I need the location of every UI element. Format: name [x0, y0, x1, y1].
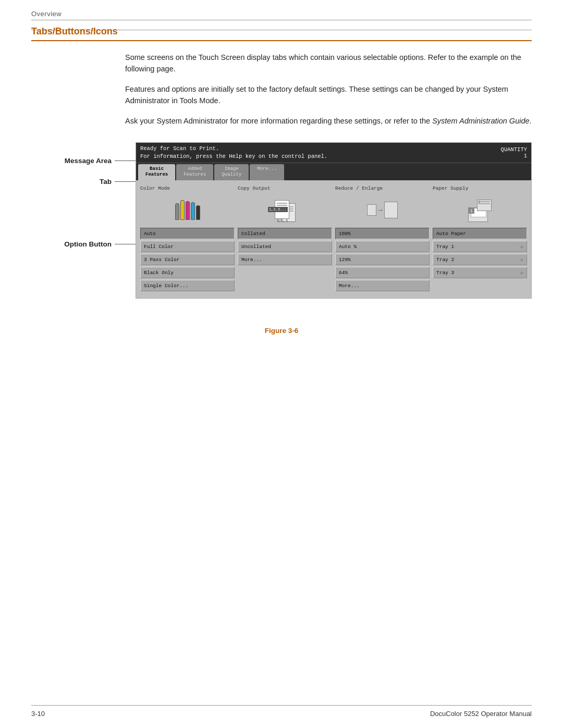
header-divider	[31, 20, 532, 20]
btn-black-only[interactable]: Black Only	[140, 267, 235, 278]
tab-more[interactable]: More...	[250, 164, 284, 180]
btn-reduce-more[interactable]: More...	[335, 280, 430, 291]
btn-tray-1[interactable]: Tray 1 ▷	[433, 241, 527, 252]
btn-uncollated[interactable]: Uncollated	[238, 241, 332, 252]
tab-label: Tab	[100, 178, 136, 186]
figure-caption: Figure 3-6	[31, 327, 532, 335]
tab-image-quality[interactable]: Image Quality	[214, 164, 249, 180]
tray-2-label: Tray 2	[436, 257, 454, 263]
ink-bottles-icon	[175, 200, 200, 220]
tray-2-arrow: ▷	[521, 257, 523, 262]
message-area-label: Message Area	[65, 157, 136, 165]
tray-1-arrow: ▷	[521, 244, 523, 249]
quantity-label: QUANTITY	[501, 146, 527, 153]
italic-text: System Administration Guide	[432, 117, 529, 125]
ui-message-left: Ready for Scan to Print. For information…	[140, 145, 327, 160]
section-title: Tabs/Buttons/Icons	[31, 26, 532, 41]
color-mode-icon-area	[140, 194, 235, 226]
ui-message-bar: Ready for Scan to Print. For information…	[136, 143, 531, 163]
message-area-text: Message Area	[65, 157, 112, 165]
tray-3-label: Tray 3	[436, 270, 454, 276]
btn-tray-2[interactable]: Tray 2 ▷	[433, 254, 527, 265]
paper-supply-icon: 1 2	[468, 199, 492, 222]
message-area-line	[115, 161, 136, 161]
main-content: Tabs/Buttons/Icons Some screens on the T…	[31, 26, 532, 335]
color-mode-title: Color Mode	[140, 186, 235, 191]
footer-page-number: 3-10	[31, 710, 45, 718]
arrow-right-icon: →	[378, 206, 382, 214]
paper-supply-section: Paper Supply 1 2	[433, 186, 527, 293]
reduce-enlarge-icon-area: →	[335, 194, 430, 226]
btn-single-color[interactable]: Single Color...	[140, 280, 235, 291]
ui-panel: Color Mode Auto Full Color 3 Pass	[136, 180, 531, 298]
reduce-enlarge-icon: →	[367, 202, 397, 218]
option-button-text: Option Button	[64, 240, 112, 248]
reduce-enlarge-title: Reduce / Enlarge	[335, 186, 430, 191]
paragraph-1: Some screens on the Touch Screen display…	[31, 52, 532, 75]
ui-screenshot: Ready for Scan to Print. For information…	[136, 142, 532, 299]
option-button-line	[115, 244, 136, 244]
tab-added-features[interactable]: Added Features	[176, 164, 213, 180]
paper-supply-icon-area: 1 2	[433, 194, 527, 226]
footer-manual-title: DocuColor 5252 Operator Manual	[430, 710, 532, 718]
figure-container: Message Area Tab Option Button Ready for…	[31, 142, 532, 319]
btn-100[interactable]: 100%	[335, 228, 430, 239]
message-line1: Ready for Scan to Print.	[140, 145, 327, 153]
paper-supply-title: Paper Supply	[433, 186, 527, 191]
btn-copy-more[interactable]: More...	[238, 254, 332, 265]
btn-full-color[interactable]: Full Color	[140, 241, 235, 252]
option-button-label: Option Button	[64, 240, 136, 248]
ui-message-right: QUANTITY 1	[501, 146, 527, 159]
tray-3-arrow: ▷	[521, 270, 523, 275]
btn-3-pass-color[interactable]: 3 Pass Color	[140, 254, 235, 265]
copy-output-section: Copy Output	[238, 186, 332, 293]
breadcrumb: Overview	[31, 10, 62, 18]
copy-output-icon: 1,2,3... 1,2,3...	[275, 199, 296, 222]
btn-tray-3[interactable]: Tray 3 ▷	[433, 267, 527, 278]
btn-64[interactable]: 64%	[335, 267, 430, 278]
btn-auto[interactable]: Auto	[140, 228, 235, 239]
color-mode-section: Color Mode Auto Full Color 3 Pass	[140, 186, 235, 293]
reduce-enlarge-section: Reduce / Enlarge → 100% Auto % 129% 64% …	[335, 186, 430, 293]
page-footer: 3-10 DocuColor 5252 Operator Manual	[31, 705, 532, 718]
btn-129[interactable]: 129%	[335, 254, 430, 265]
tab-basic-features[interactable]: Basic Features	[138, 164, 175, 180]
message-line2: For information, press the Help key on t…	[140, 153, 327, 161]
btn-collated[interactable]: Collated	[238, 228, 332, 239]
copy-output-icon-area: 1,2,3... 1,2,3...	[238, 194, 332, 226]
copy-output-title: Copy Output	[238, 186, 332, 191]
quantity-value: 1	[501, 153, 527, 159]
tab-text: Tab	[100, 178, 112, 186]
big-page-icon	[384, 202, 398, 218]
tray-1-label: Tray 1	[436, 244, 454, 250]
tab-line	[115, 181, 136, 182]
labels-column: Message Area Tab Option Button	[31, 142, 136, 319]
paragraph-2: Features and options are initially set t…	[31, 83, 532, 107]
btn-auto-paper[interactable]: Auto Paper	[433, 228, 527, 239]
paragraph-3: Ask your System Administrator for more i…	[31, 115, 532, 127]
btn-auto-pct[interactable]: Auto %	[335, 241, 430, 252]
small-page-icon	[367, 204, 376, 216]
ui-tabs-row: Basic Features Added Features Image Qual…	[136, 163, 531, 180]
